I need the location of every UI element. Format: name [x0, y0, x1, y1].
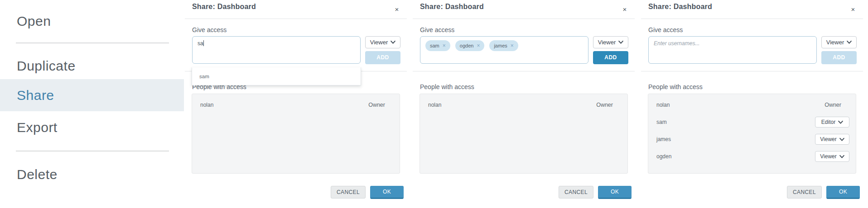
add-button[interactable]: ADD [593, 51, 628, 64]
person-role-value: Viewer [820, 136, 836, 142]
ok-button[interactable]: OK [598, 186, 632, 199]
chevron-down-icon [847, 41, 852, 44]
chevron-down-icon [391, 41, 395, 44]
person-name: nolan [428, 102, 441, 108]
ok-button[interactable]: OK [826, 186, 860, 199]
role-dropdown-value: Viewer [826, 39, 844, 46]
input-placeholder: Enter usernames... [654, 40, 699, 47]
dialog-title: Share: Dashboard [192, 3, 256, 11]
give-access-label: Give access [648, 26, 683, 33]
chip-remove-icon[interactable]: × [443, 43, 446, 49]
role-dropdown[interactable]: Viewer [365, 36, 400, 48]
add-button[interactable]: ADD [365, 51, 400, 64]
usernames-input[interactable]: Enter usernames... [648, 36, 817, 64]
people-list: nolan Owner [420, 94, 628, 174]
person-role-value: Editor [821, 119, 835, 125]
chevron-down-icon [838, 121, 843, 124]
usernames-input[interactable]: sa [192, 36, 361, 64]
chevron-down-icon [618, 41, 623, 44]
input-text: sa [198, 40, 203, 47]
person-row: nolan Owner [420, 96, 627, 113]
dialog-title: Share: Dashboard [420, 3, 484, 11]
menu-divider [16, 43, 169, 43]
people-list: nolan Owner [192, 94, 400, 174]
close-icon[interactable]: × [619, 4, 630, 15]
chip-list: sam × ogden × james × [425, 40, 583, 51]
menu-item-delete[interactable]: Delete [0, 163, 184, 186]
close-icon[interactable]: × [848, 4, 858, 15]
user-chip: james × [489, 40, 518, 51]
text-cursor [203, 40, 204, 46]
close-icon[interactable]: × [391, 4, 402, 15]
add-button[interactable]: ADD [821, 51, 857, 64]
person-row: ogden Viewer [648, 148, 856, 165]
menu-divider [16, 151, 169, 151]
dialog-title: Share: Dashboard [648, 3, 712, 11]
person-role: Owner [368, 102, 385, 108]
chip-remove-icon[interactable]: × [477, 43, 480, 49]
person-row: james Viewer [648, 131, 856, 148]
cancel-button[interactable]: CANCEL [331, 186, 366, 199]
cancel-button[interactable]: CANCEL [787, 186, 822, 199]
role-dropdown-value: Viewer [370, 39, 388, 46]
person-name: nolan [200, 102, 213, 108]
share-dialog-chips: Share: Dashboard × Give access sam × ogd… [412, 0, 640, 208]
chip-remove-icon[interactable]: × [511, 43, 514, 49]
menu-item-export[interactable]: Export [0, 116, 184, 139]
chevron-down-icon [839, 155, 844, 158]
screen: Open Duplicate Share Export Delete Share… [0, 0, 868, 208]
give-access-label: Give access [420, 26, 454, 33]
chip-label: james [494, 43, 507, 48]
suggestion-item[interactable]: sam [199, 74, 209, 79]
share-dialog-typing: Share: Dashboard × Give access sa Viewer… [184, 0, 412, 208]
people-with-access-label: People with access [420, 83, 474, 90]
context-menu: Open Duplicate Share Export Delete [0, 0, 184, 208]
person-row: nolan Owner [192, 96, 400, 113]
menu-item-share[interactable]: Share [0, 79, 184, 111]
give-access-label: Give access [192, 26, 227, 33]
autocomplete-dropdown: sam [192, 67, 361, 85]
chip-label: ogden [460, 43, 474, 48]
share-dialog-roles: Share: Dashboard × Give access Enter use… [640, 0, 868, 208]
menu-item-open[interactable]: Open [0, 10, 184, 33]
chevron-down-icon [839, 138, 844, 141]
role-dropdown-value: Viewer [598, 39, 616, 46]
user-chip: sam × [425, 40, 450, 51]
usernames-input[interactable]: sam × ogden × james × [420, 36, 588, 64]
divider [185, 19, 407, 19]
person-name: nolan [656, 102, 670, 108]
chip-label: sam [430, 43, 439, 48]
person-row: sam Editor [648, 113, 856, 131]
divider [413, 19, 635, 19]
person-row: nolan Owner [648, 96, 856, 113]
divider [641, 71, 863, 71]
person-role-dropdown[interactable]: Editor [815, 117, 849, 128]
role-dropdown[interactable]: Viewer [821, 36, 857, 48]
menu-item-duplicate[interactable]: Duplicate [0, 55, 184, 77]
ok-button[interactable]: OK [370, 186, 404, 199]
people-list: nolan Owner sam Editor james Viewer ogde… [648, 94, 856, 174]
person-role: Owner [825, 102, 841, 108]
cancel-button[interactable]: CANCEL [559, 186, 593, 199]
person-role-dropdown[interactable]: Viewer [815, 151, 849, 162]
role-dropdown[interactable]: Viewer [593, 36, 628, 48]
people-with-access-label: People with access [648, 83, 703, 90]
person-name: james [656, 136, 671, 142]
user-chip: ogden × [455, 40, 485, 51]
person-name: sam [656, 119, 667, 125]
person-name: ogden [656, 153, 671, 160]
divider [413, 71, 635, 71]
person-role-dropdown[interactable]: Viewer [815, 134, 849, 145]
person-role-value: Viewer [820, 153, 836, 160]
person-role: Owner [596, 102, 613, 108]
divider [641, 19, 863, 19]
